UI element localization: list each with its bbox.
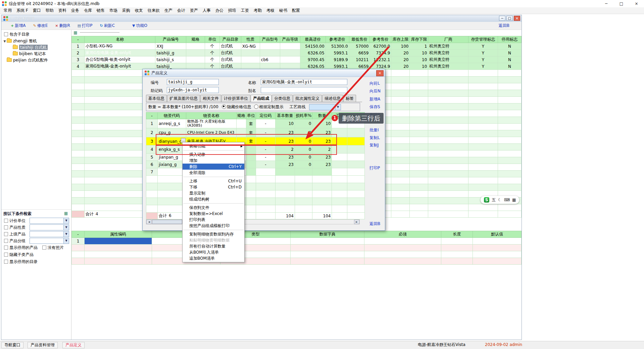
dialog-print-button[interactable]: 打印P — [369, 165, 385, 171]
bom-cell[interactable]: jianpan_g — [158, 154, 186, 161]
tree-item-2[interactable]: bijiben 笔记本 — [3, 51, 70, 57]
back-button[interactable]: 返回B — [499, 23, 509, 29]
menubar-item-12[interactable]: 生产 — [162, 7, 175, 14]
products-header-11[interactable]: 最低售价 — [349, 36, 370, 43]
dialog-prev-button[interactable]: 向前L — [369, 81, 385, 86]
maximize-button[interactable]: □ — [614, 0, 629, 7]
toolbar-print-button[interactable]: ▤打印P — [78, 23, 93, 29]
product-cell[interactable] — [186, 50, 205, 56]
statusbar-active-tab[interactable]: 产品定义 — [62, 342, 85, 348]
bom-cell[interactable]: 1 — [146, 119, 158, 128]
products-header-16[interactable]: 存货管理标志 — [468, 36, 498, 43]
product-cell[interactable]: 2 — [72, 50, 85, 56]
bom-cell[interactable]: 套 — [246, 119, 256, 128]
bom-row[interactable]: 6jixiang_g-23023 — [146, 161, 365, 168]
bom-cell[interactable]: 23 — [276, 128, 295, 137]
context-menu-item-5[interactable]: 全部清除 — [183, 170, 244, 176]
bom-cell[interactable] — [332, 145, 347, 154]
radio-icon[interactable] — [222, 104, 226, 109]
bom-cell[interactable]: 10 — [312, 119, 332, 128]
bom-row[interactable]: 2cpu_gCPU-Intel Core 2 Duo E43套-23023 — [146, 128, 365, 137]
tab-5[interactable]: 分类信息 — [272, 95, 293, 102]
product-cell[interactable] — [280, 56, 300, 63]
product-cell[interactable]: 台式机 — [219, 56, 241, 63]
bom-cell[interactable]: 23 — [312, 154, 332, 161]
bom-cell[interactable] — [276, 168, 295, 176]
product-cell[interactable]: 杭州奥立特 — [428, 50, 468, 56]
product-cell[interactable]: 1 — [72, 43, 85, 50]
search-checkbox[interactable] — [4, 246, 8, 250]
product-cell[interactable]: 杭州奥立特 — [428, 56, 468, 63]
products-header-2[interactable]: 产品编号 — [155, 36, 186, 43]
chevron-down-icon[interactable]: ▼ — [63, 225, 69, 230]
menubar-item-19[interactable]: 考勤 — [251, 7, 264, 14]
keyboard-icon[interactable]: ⌨ — [504, 198, 510, 202]
bom-cell[interactable]: anreqi_g_s — [158, 119, 186, 128]
chevron-down-icon[interactable]: ▼ — [63, 238, 69, 244]
bom-cell[interactable]: 0 — [295, 119, 312, 128]
bom-cell[interactable]: jixiang_g — [158, 161, 186, 168]
bom-cell[interactable]: 7 — [146, 168, 158, 176]
product-cell[interactable]: 10 — [410, 50, 428, 56]
product-cell[interactable]: 6326.05 — [300, 50, 326, 56]
product-cell[interactable] — [186, 56, 205, 63]
product-cell[interactable]: 台式机 — [219, 43, 241, 50]
bom-cell[interactable] — [332, 137, 347, 145]
product-cell[interactable]: 小型机-XG-NG — [84, 43, 155, 50]
product-cell[interactable]: XG-NG — [241, 43, 260, 50]
bom-cell[interactable] — [347, 168, 365, 176]
bom-cell[interactable] — [158, 168, 186, 176]
bom-row[interactable]: 5jianpan_g-23023 — [146, 154, 365, 161]
dialog-next-button[interactable]: 向后N — [369, 88, 385, 94]
bom-cell[interactable]: dianyuan_g… — [158, 137, 186, 145]
product-cell[interactable]: 11232.1 — [370, 56, 391, 63]
bom-cell[interactable]: 2 — [312, 145, 332, 154]
context-menu-item-7[interactable]: 上移Ctrl+U — [183, 178, 244, 184]
bom-cell[interactable]: 6 — [146, 161, 158, 168]
bom-cell[interactable]: 2 — [146, 128, 158, 137]
menubar-item-20[interactable]: 考核 — [264, 7, 277, 14]
toolbar-plus-button[interactable]: +新增A — [11, 23, 26, 29]
table-grid-icon[interactable]: ▦ — [73, 30, 77, 35]
context-menu-item-10[interactable]: 组成结构树 — [183, 196, 244, 202]
product-cell[interactable]: 9700.45 — [300, 56, 326, 63]
bom-cell[interactable]: 23 — [312, 128, 332, 137]
filter-combo[interactable]: ▼ — [30, 224, 69, 230]
bom-cell[interactable] — [332, 128, 347, 137]
product-row[interactable]: 2家用G型电脑-金奥-onlyittaishiji_g个台式机6326.0559… — [72, 50, 522, 56]
menubar-item-10[interactable]: 收支 — [133, 7, 145, 14]
bom-cell[interactable]: - — [256, 128, 276, 137]
product-cell[interactable]: 9189.9 — [326, 56, 349, 63]
tree-item-3[interactable]: peijian 台式机配件 — [3, 57, 70, 63]
bom-cell[interactable] — [295, 168, 312, 176]
bom-cell[interactable]: 套 — [246, 137, 256, 145]
bom-cell[interactable] — [347, 145, 365, 154]
name-field[interactable] — [261, 79, 347, 85]
bom-cell[interactable]: 3 — [146, 137, 158, 145]
bom-cell[interactable] — [237, 119, 246, 128]
dialog-close-button[interactable]: × — [376, 70, 384, 76]
search-checkbox[interactable] — [4, 253, 8, 257]
attributes-header-5[interactable]: 必须 — [364, 231, 441, 238]
bom-cell[interactable]: 23 — [312, 137, 332, 145]
bom-cell[interactable] — [347, 161, 365, 168]
product-cell[interactable] — [241, 50, 260, 56]
product-cell[interactable] — [241, 56, 260, 63]
product-cell[interactable]: 100 — [391, 43, 410, 50]
product-cell[interactable]: 个 — [205, 50, 220, 56]
attributes-header-6[interactable]: 长度 — [441, 231, 473, 238]
menubar-item-9[interactable]: 采购 — [120, 7, 133, 14]
bom-cell[interactable]: cpu_g — [158, 128, 186, 137]
attribute-row[interactable]: 1 — [72, 238, 522, 245]
bom-cell[interactable] — [332, 168, 347, 176]
dialog-batch-button[interactable]: 批量I — [369, 127, 385, 133]
attribute-cell[interactable] — [364, 238, 441, 245]
statusbar-nav-button[interactable]: 导航窗口 — [1, 342, 23, 348]
context-menu-item-4[interactable]: 删除Ctrl+Y — [183, 164, 244, 170]
menubar-item-2[interactable]: 窗口 — [31, 7, 43, 14]
include-subdir-checkbox[interactable] — [4, 32, 8, 36]
toolbar-refresh-button[interactable]: ↻刷新C — [100, 23, 115, 29]
toolbox-icon[interactable]: ▦ — [512, 198, 516, 202]
product-cell[interactable]: 5993.1 — [326, 50, 349, 56]
product-cell[interactable]: 20 — [391, 56, 410, 63]
